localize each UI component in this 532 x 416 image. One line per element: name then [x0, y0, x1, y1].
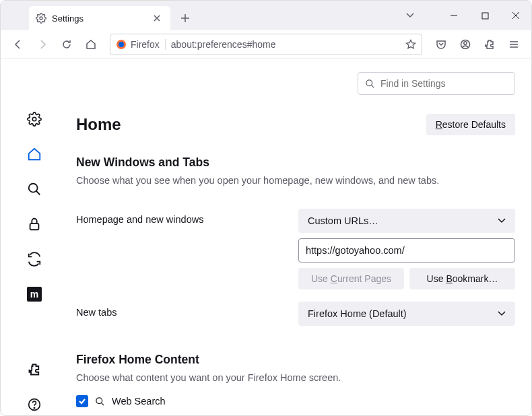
pocket-button[interactable] [430, 34, 452, 55]
sidebar-item-privacy[interactable] [24, 213, 45, 235]
tab-bar: Settings [1, 1, 531, 30]
svg-point-13 [366, 79, 372, 85]
url-bar[interactable]: Firefox about:preferences#home [110, 34, 422, 55]
homepage-label: Homepage and new windows [76, 209, 298, 225]
svg-point-5 [464, 41, 467, 44]
sidebar-item-more-mozilla[interactable]: m [24, 283, 45, 305]
gear-icon [36, 13, 46, 24]
web-search-label: Web Search [112, 396, 166, 407]
svg-rect-8 [30, 223, 39, 230]
svg-point-0 [40, 17, 42, 20]
homepage-url-input[interactable] [298, 238, 515, 263]
use-bookmark-button[interactable]: Use Bookmark… [409, 268, 515, 289]
section-heading: New Windows and Tabs [76, 155, 515, 170]
window-controls [438, 1, 531, 30]
tabs-dropdown-button[interactable] [397, 1, 424, 30]
new-tab-button[interactable] [174, 7, 196, 29]
home-button[interactable] [80, 34, 102, 55]
maximize-button[interactable] [469, 1, 500, 30]
close-window-button[interactable] [500, 1, 531, 30]
svg-text:m: m [30, 289, 38, 300]
svg-point-7 [29, 184, 38, 193]
close-tab-button[interactable] [150, 11, 164, 25]
sidebar-item-search[interactable] [24, 178, 45, 200]
minimize-button[interactable] [438, 1, 469, 30]
web-search-checkbox[interactable] [76, 395, 88, 407]
app-menu-button[interactable] [503, 34, 525, 55]
svg-point-14 [96, 397, 102, 403]
chevron-down-icon [498, 311, 506, 316]
back-button[interactable] [7, 34, 29, 55]
newtabs-label: New tabs [76, 302, 298, 318]
firefox-logo-icon [116, 39, 127, 50]
sidebar-item-sync[interactable] [24, 248, 45, 270]
newtabs-mode-select[interactable]: Firefox Home (Default) [298, 302, 515, 326]
svg-point-3 [119, 42, 124, 47]
url-text: about:preferences#home [171, 39, 400, 50]
svg-point-12 [34, 407, 34, 408]
identity-box[interactable]: Firefox [116, 39, 166, 50]
find-in-settings[interactable] [358, 72, 515, 95]
browser-tab-title: Settings [52, 13, 84, 24]
forward-button[interactable] [32, 34, 53, 55]
svg-rect-1 [482, 13, 488, 19]
section-heading: Firefox Home Content [76, 353, 515, 367]
reload-button[interactable] [56, 34, 77, 55]
section-firefox-home-content: Firefox Home Content Choose what content… [76, 353, 515, 407]
bookmark-star-button[interactable] [405, 39, 416, 50]
account-button[interactable] [455, 34, 476, 55]
sidebar-item-general[interactable] [24, 108, 45, 130]
sidebar-item-help[interactable] [24, 394, 45, 415]
chevron-down-icon [498, 218, 506, 223]
restore-defaults-button[interactable]: Restore Defaults [426, 114, 515, 135]
find-in-settings-input[interactable] [380, 78, 508, 89]
extensions-button[interactable] [479, 34, 500, 55]
search-icon [95, 396, 105, 407]
use-current-pages-button[interactable]: Use Current Pages [298, 268, 404, 289]
navigation-toolbar: Firefox about:preferences#home [1, 30, 531, 59]
section-description: Choose what you see when you open your h… [76, 175, 515, 186]
browser-tab-settings[interactable]: Settings [29, 6, 170, 30]
homepage-mode-value: Custom URLs… [308, 215, 378, 226]
page-title: Home [76, 115, 121, 134]
newtabs-mode-value: Firefox Home (Default) [308, 308, 407, 319]
sidebar-item-home[interactable] [24, 143, 45, 165]
identity-label: Firefox [131, 39, 160, 50]
content-area: m Home Restore Defaults New Windows and … [1, 59, 531, 415]
section-new-windows-tabs: New Windows and Tabs Choose what you see… [76, 155, 515, 326]
sidebar-item-extensions[interactable] [24, 359, 45, 380]
settings-sidebar: m [1, 59, 68, 415]
search-icon [365, 79, 375, 89]
svg-point-6 [32, 117, 36, 121]
section-description: Choose what content you want on your Fir… [76, 372, 515, 383]
settings-main: Home Restore Defaults New Windows and Ta… [68, 59, 531, 415]
homepage-mode-select[interactable]: Custom URLs… [298, 209, 515, 233]
